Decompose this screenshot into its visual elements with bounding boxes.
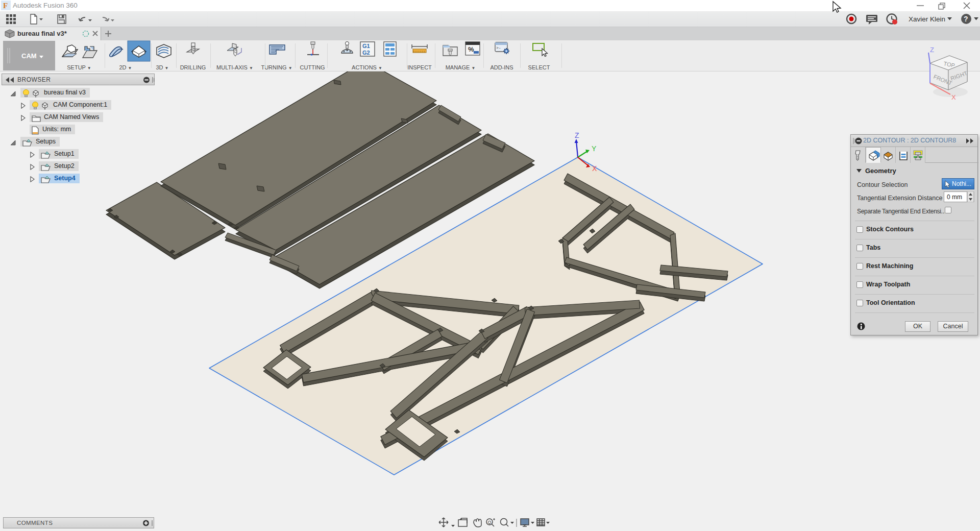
svg-text:Xavier Klein: Xavier Klein — [909, 15, 945, 23]
svg-text:X: X — [592, 164, 597, 173]
svg-text:%: % — [468, 45, 474, 53]
svg-text:G2: G2 — [362, 50, 370, 56]
svg-text:Z: Z — [930, 46, 934, 54]
svg-text:?: ? — [964, 15, 968, 23]
svg-text:Y: Y — [592, 144, 597, 153]
svg-text:G1: G1 — [362, 43, 370, 49]
svg-text:X: X — [951, 93, 956, 101]
svg-text:F: F — [3, 2, 8, 10]
svg-text:Z: Z — [575, 131, 579, 139]
svg-text:Q: Q — [488, 520, 492, 525]
svg-text:>-: >- — [496, 45, 501, 50]
